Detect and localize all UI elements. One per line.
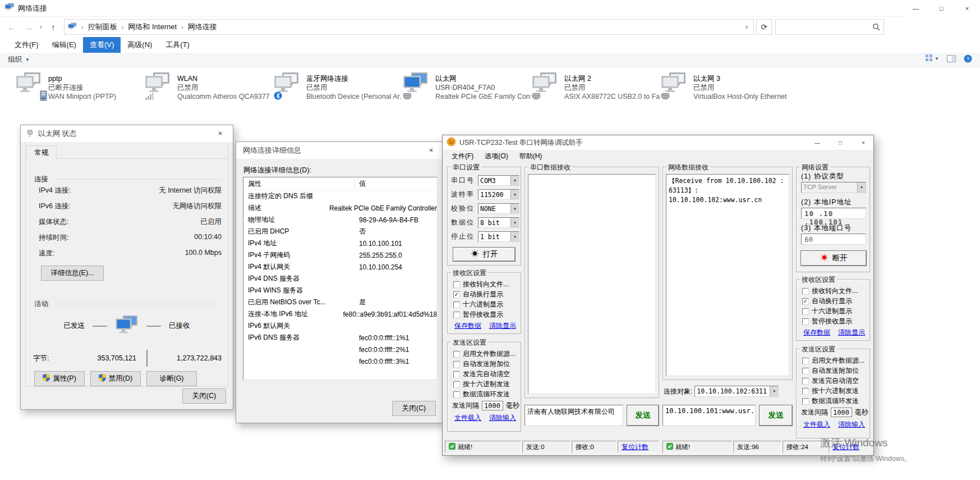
checkbox-icon[interactable] bbox=[453, 351, 460, 358]
details-row[interactable]: IPv4 DNS 服务器 bbox=[243, 273, 437, 285]
checkbox-icon[interactable] bbox=[453, 312, 460, 318]
disable-button[interactable]: 禁用(D) bbox=[90, 371, 141, 386]
checkbox-checked-icon[interactable]: ✓ bbox=[802, 298, 809, 305]
disconnect-button[interactable]: 断开 bbox=[800, 250, 867, 266]
details-row[interactable]: 已启用 NetBIOS over Tc...是 bbox=[243, 296, 437, 308]
menu-item[interactable]: 高级(N) bbox=[121, 37, 159, 53]
checkbox-icon[interactable] bbox=[802, 388, 809, 395]
menu-item[interactable]: 工具(T) bbox=[159, 37, 196, 53]
address-bar[interactable]: ›控制面板›网络和 Internet›网络连接 ∨ bbox=[64, 19, 754, 35]
close-icon[interactable]: × bbox=[855, 137, 871, 148]
checkbox-option[interactable]: 十六进制显示 bbox=[802, 307, 852, 316]
close-icon[interactable]: × bbox=[954, 0, 980, 17]
close-icon[interactable]: × bbox=[418, 142, 444, 158]
details-row[interactable]: IPv4 地址10.10.100.101 bbox=[243, 237, 437, 249]
close-icon[interactable]: × bbox=[208, 125, 233, 141]
checkbox-icon[interactable] bbox=[802, 368, 809, 374]
checkbox-option[interactable]: 启用文件数据源... bbox=[453, 349, 516, 359]
串口号-combo[interactable]: COM3▼ bbox=[478, 175, 519, 186]
adapter-item[interactable]: 以太网USR-DR404_F7A0Realtek PCIe GbE Family… bbox=[403, 72, 531, 111]
checkbox-option[interactable]: 接收转向文件... bbox=[453, 280, 509, 289]
checkbox-option[interactable]: 按十六进制发送 bbox=[453, 380, 510, 389]
checkbox-option[interactable]: 自动发送附加位 bbox=[453, 359, 510, 369]
menu-item[interactable]: 选项(O) bbox=[479, 150, 513, 162]
menu-item[interactable]: 帮助(H) bbox=[514, 150, 548, 162]
adapter-item[interactable]: 以太网 2已禁用ASIX AX88772C USB2.0 to Fast... bbox=[532, 72, 660, 111]
usr-title-bar[interactable]: USR-TCP232-Test 串口转网络调试助手 — □ × bbox=[443, 135, 873, 150]
help-button[interactable]: ? bbox=[964, 54, 972, 63]
preview-pane-button[interactable] bbox=[947, 55, 956, 62]
停止位-combo[interactable]: 1 bit▼ bbox=[478, 231, 519, 242]
adapter-item[interactable]: 蓝牙网络连接已禁用Bluetooth Device (Personal Ar..… bbox=[274, 72, 402, 111]
checkbox-icon[interactable] bbox=[453, 371, 460, 378]
checkbox-option[interactable]: 暂停接收显示 bbox=[453, 310, 503, 319]
serial-send-input[interactable]: 济南有人物联网技术有限公司 bbox=[524, 405, 623, 426]
link[interactable]: 清除输入 bbox=[838, 420, 865, 429]
reset-count-link[interactable]: 复位计数 bbox=[832, 442, 859, 452]
link[interactable]: 保存数据 bbox=[454, 321, 481, 331]
checkbox-option[interactable]: 发送完自动清空 bbox=[453, 369, 510, 379]
view-options-button[interactable]: ▼ bbox=[925, 54, 939, 63]
checkbox-icon[interactable] bbox=[802, 358, 809, 364]
checkbox-icon[interactable] bbox=[453, 361, 460, 368]
open-port-button[interactable]: 打开 bbox=[453, 247, 516, 262]
diagnose-button[interactable]: 诊断(G) bbox=[146, 371, 197, 386]
tab-general[interactable]: 常规 bbox=[26, 145, 57, 159]
serial-send-button[interactable]: 发送 bbox=[627, 405, 659, 426]
menu-item[interactable]: 文件(F) bbox=[8, 37, 45, 53]
link[interactable]: 清除显示 bbox=[838, 328, 865, 337]
details-row[interactable]: IPv4 子网掩码255.255.255.0 bbox=[243, 249, 437, 261]
adapter-item[interactable]: WLAN已禁用Qualcomm Atheros QCA9377 ... bbox=[145, 72, 273, 111]
波特率-combo[interactable]: 115200▼ bbox=[478, 189, 519, 200]
checkbox-option[interactable]: 暂停接收显示 bbox=[802, 317, 852, 326]
protocol-combo[interactable]: TCP Server ▼ bbox=[801, 182, 866, 193]
checkbox-option[interactable]: 按十六进制发送 bbox=[802, 386, 859, 396]
local-port-input[interactable]: 60 bbox=[801, 234, 866, 245]
properties-button[interactable]: 属性(P) bbox=[34, 371, 85, 386]
history-chevron-icon[interactable]: ∨ bbox=[37, 19, 45, 35]
checkbox-icon[interactable] bbox=[453, 301, 460, 308]
checkbox-icon[interactable] bbox=[802, 288, 809, 295]
details-row[interactable]: IPv6 DNS 服务器fec0:0:0:ffff::1%1 bbox=[243, 332, 437, 344]
checkbox-icon[interactable] bbox=[802, 378, 809, 385]
dialog-title-bar[interactable]: 以太网 状态 bbox=[21, 125, 233, 142]
details-row[interactable]: IPv4 WINS 服务器 bbox=[243, 285, 437, 296]
address-dropdown-icon[interactable]: ∨ bbox=[740, 24, 753, 30]
checkbox-option[interactable]: 启用文件数据源... bbox=[802, 356, 864, 365]
network-send-input[interactable]: 10.10.100.101:www.usr.cn bbox=[662, 405, 756, 426]
checkbox-icon[interactable] bbox=[802, 398, 809, 405]
breadcrumb-item[interactable]: 网络和 Internet bbox=[128, 22, 177, 31]
link[interactable]: 保存数据 bbox=[803, 328, 830, 337]
adapter-item[interactable]: pptp已断开连接WAN Miniport (PPTP) bbox=[16, 72, 144, 111]
search-input[interactable] bbox=[776, 20, 869, 34]
checkbox-icon[interactable] bbox=[453, 281, 460, 288]
checkbox-option[interactable]: 自动发送附加位 bbox=[802, 366, 859, 376]
main-title-bar[interactable]: 网络连接 — □ × bbox=[0, 0, 980, 17]
checkbox-option[interactable]: 数据流循环发送 bbox=[802, 396, 859, 406]
checkbox-option[interactable]: 数据流循环发送 bbox=[453, 390, 510, 399]
send-interval-input[interactable]: 1000 bbox=[831, 408, 852, 417]
checkbox-icon[interactable] bbox=[453, 381, 460, 388]
organize-button[interactable]: 组织 ▼ bbox=[8, 55, 30, 65]
checkbox-option[interactable]: 十六进制显示 bbox=[453, 300, 503, 309]
network-send-button[interactable]: 发送 bbox=[759, 405, 793, 426]
details-button[interactable]: 详细信息(E)... bbox=[41, 266, 104, 281]
reset-count-link[interactable]: 复位计数 bbox=[622, 442, 648, 452]
network-receive-area[interactable]: 【Receive from 10.10.100.102 : 63113】: 10… bbox=[666, 174, 789, 376]
数据位-combo[interactable]: 8 bit▼ bbox=[478, 217, 519, 228]
checkbox-option[interactable]: 发送完自动清空 bbox=[802, 376, 859, 386]
details-row[interactable]: IPv6 默认网关 bbox=[243, 320, 437, 332]
maximize-icon[interactable]: □ bbox=[928, 0, 954, 17]
close-button[interactable]: 关闭(C) bbox=[182, 388, 226, 404]
checkbox-option[interactable]: ✓自动换行显示 bbox=[453, 290, 503, 299]
details-row[interactable]: 连接特定的 DNS 后缀 bbox=[243, 190, 437, 202]
search-box[interactable] bbox=[775, 19, 884, 35]
checkbox-checked-icon[interactable]: ✓ bbox=[453, 291, 460, 298]
menu-item[interactable]: 查看(V) bbox=[83, 37, 121, 53]
details-row[interactable]: 连接-本地 IPv6 地址fe80::a9e9:3b91:af01:4d5d%1… bbox=[243, 308, 437, 320]
checkbox-icon[interactable] bbox=[802, 318, 809, 325]
forward-icon[interactable]: → bbox=[20, 19, 37, 35]
up-icon[interactable]: ↑ bbox=[45, 19, 62, 35]
breadcrumb-item[interactable]: 控制面板 bbox=[88, 22, 117, 31]
details-table[interactable]: 属性值连接特定的 DNS 后缀描述Realtek PCIe GbE Family… bbox=[243, 177, 438, 380]
